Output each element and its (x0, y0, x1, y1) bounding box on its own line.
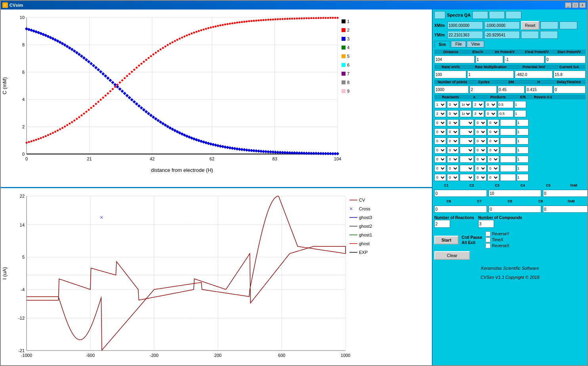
react-r1-1[interactable]: 1023 (434, 101, 446, 108)
minimize-button[interactable]: _ (565, 2, 571, 8)
react-r1-2[interactable]: 201 (434, 110, 446, 117)
react-e-6[interactable] (460, 147, 474, 154)
react-r2-8[interactable]: 0 (447, 165, 459, 172)
react-r1-7[interactable]: 0 (434, 156, 446, 163)
input-potential[interactable] (515, 71, 553, 78)
input-eleca[interactable] (475, 55, 503, 63)
react-r2-6[interactable]: 0 (447, 147, 459, 154)
input-delaytime[interactable] (554, 86, 586, 93)
react-p2-7[interactable]: 0 (487, 156, 499, 163)
react-r1-3[interactable]: 0 (434, 119, 446, 126)
react-r2-2[interactable]: 01 (447, 110, 459, 117)
tab-view[interactable]: View (467, 41, 484, 48)
reverse-x-checkbox[interactable] (485, 243, 491, 248)
spectra-box-1[interactable] (472, 11, 488, 19)
react-rev-6[interactable] (517, 147, 529, 154)
input-cycles[interactable] (470, 86, 497, 93)
time-x-checkbox[interactable] (485, 237, 491, 242)
react-p1-4[interactable]: 0 (475, 128, 487, 135)
react-p1-9[interactable]: 0 (475, 174, 487, 181)
react-r2-5[interactable]: 0 (447, 137, 459, 145)
react-r1-6[interactable]: 0 (434, 147, 446, 154)
conc-c1[interactable] (434, 190, 487, 197)
react-p2-5[interactable]: 0 (487, 137, 499, 145)
react-rev-1[interactable] (514, 101, 526, 108)
react-r2-1[interactable]: 012 (447, 101, 459, 108)
react-rev-2[interactable] (514, 110, 526, 117)
start-button[interactable]: Start (434, 236, 458, 244)
react-e-9[interactable] (460, 174, 474, 181)
react-e-4[interactable] (460, 128, 474, 135)
reverse-y-checkbox[interactable] (485, 231, 491, 236)
xm-extra-1[interactable] (540, 21, 558, 29)
react-e-2[interactable]: 1e2e (460, 110, 472, 117)
react-rev-9[interactable] (517, 174, 529, 181)
input-distance[interactable] (434, 55, 475, 63)
react-rev-4[interactable] (517, 128, 529, 135)
num-compounds-input[interactable] (478, 220, 494, 228)
react-e-3[interactable] (460, 119, 474, 126)
reset-button[interactable]: Reset (521, 21, 539, 30)
react-p1-3[interactable]: 0 (475, 119, 487, 126)
ym-extra-1[interactable] (521, 31, 539, 39)
react-ek-2[interactable] (498, 110, 514, 117)
input-h[interactable] (525, 86, 553, 93)
react-ek-6[interactable] (500, 147, 516, 154)
input-numpoints[interactable] (434, 86, 469, 93)
spectra-input[interactable] (434, 11, 445, 19)
react-r1-9[interactable]: 0 (434, 174, 446, 181)
ym-extra-2[interactable] (540, 31, 558, 39)
react-ek-5[interactable] (500, 137, 516, 145)
spectra-box-3[interactable] (506, 11, 521, 19)
react-ek-4[interactable] (500, 128, 516, 135)
ym-input-1[interactable] (447, 31, 483, 39)
react-r1-5[interactable]: 0 (434, 137, 446, 145)
react-r2-7[interactable]: 0 (447, 156, 459, 163)
react-p2-6[interactable]: 0 (487, 147, 499, 154)
react-p2-4[interactable]: 0 (487, 128, 499, 135)
react-p1-8[interactable]: 0 (475, 165, 487, 172)
input-dm[interactable] (498, 86, 525, 93)
react-rev-8[interactable] (517, 165, 529, 172)
react-e-7[interactable] (460, 156, 474, 163)
react-rev-7[interactable] (517, 156, 529, 163)
conc-c2[interactable] (489, 190, 541, 197)
react-e-8[interactable] (460, 165, 474, 172)
react-ek-9[interactable] (500, 174, 516, 181)
maximize-button[interactable]: □ (572, 2, 578, 8)
input-intpotent[interactable] (504, 55, 544, 63)
conc-c7[interactable] (489, 206, 541, 213)
conc-c3[interactable] (543, 190, 587, 197)
react-ek-7[interactable] (500, 156, 516, 163)
react-p1-5[interactable]: 0 (475, 137, 487, 145)
react-p2-2[interactable]: 01 (485, 110, 497, 117)
react-e-1[interactable]: 1e2e (460, 101, 472, 108)
react-p1-7[interactable]: 0 (475, 156, 487, 163)
spectra-box-2[interactable] (489, 11, 505, 19)
react-ek-3[interactable] (500, 119, 516, 126)
input-rate[interactable] (434, 71, 466, 78)
react-ek-8[interactable] (500, 165, 516, 172)
react-r2-4[interactable]: 0 (447, 128, 459, 135)
xm-input-2[interactable] (484, 21, 520, 29)
react-e-5[interactable] (460, 137, 474, 145)
react-p2-3[interactable]: 0 (487, 119, 499, 126)
react-p1-6[interactable]: 0 (475, 147, 487, 154)
input-finalpotent[interactable] (545, 55, 586, 63)
react-r2-3[interactable]: 0 (447, 119, 459, 126)
ym-input-2[interactable] (484, 31, 520, 39)
react-p2-9[interactable]: 0 (487, 174, 499, 181)
react-r2-9[interactable]: 0 (447, 174, 459, 181)
react-p2-1[interactable]: 012 (485, 101, 497, 108)
react-rev-3[interactable] (517, 119, 529, 126)
react-p1-1[interactable]: 2013 (472, 101, 484, 108)
input-ratemult[interactable] (467, 71, 514, 78)
tab-sim[interactable]: Sim (434, 41, 450, 48)
num-reactions-input[interactable] (434, 220, 450, 228)
react-p2-8[interactable]: 0 (487, 165, 499, 172)
react-rev-5[interactable] (517, 137, 529, 145)
react-p1-2[interactable]: 3012 (472, 110, 484, 117)
react-r1-8[interactable]: 0 (434, 165, 446, 172)
close-button[interactable]: × (579, 2, 586, 8)
react-r1-4[interactable]: 0 (434, 128, 446, 135)
